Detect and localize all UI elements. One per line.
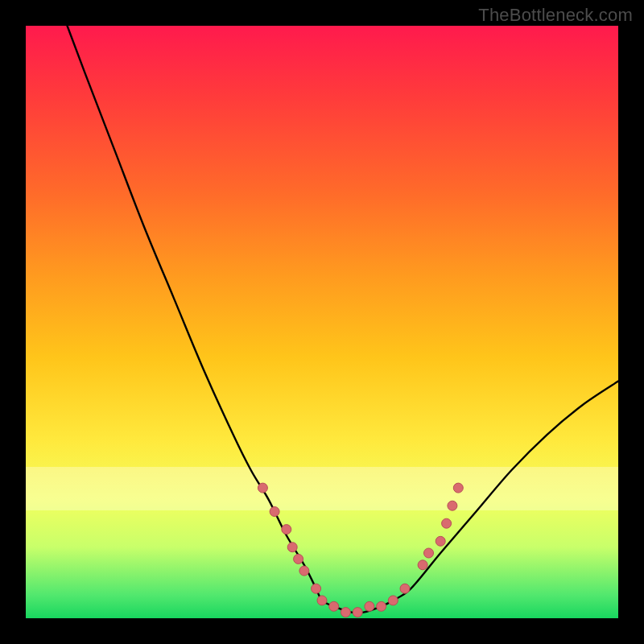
scatter-dot (424, 548, 434, 558)
scatter-dot (294, 554, 303, 564)
scatter-dot (353, 608, 362, 617)
curve-group (68, 26, 619, 613)
scatter-dot (400, 584, 410, 593)
scatter-dot (299, 566, 309, 576)
scatter-dot (365, 601, 374, 611)
scatter-dot (418, 560, 427, 570)
chart-frame: TheBottleneck.com (0, 0, 644, 644)
bottleneck-curve (68, 26, 619, 613)
scatter-dot (436, 536, 445, 546)
scatter-dot (442, 518, 452, 528)
scatter-dot (258, 483, 267, 493)
scatter-dot (377, 601, 386, 611)
scatter-dot (329, 601, 339, 611)
scatter-dots (258, 483, 463, 617)
watermark-text: TheBottleneck.com (478, 5, 633, 26)
scatter-dot (317, 596, 327, 605)
scatter-dot (453, 483, 463, 493)
scatter-dot (287, 543, 297, 552)
plot-area (26, 26, 618, 618)
scatter-dot (388, 596, 398, 605)
scatter-dot (270, 507, 279, 517)
chart-svg (26, 26, 618, 618)
scatter-dot (341, 608, 350, 617)
scatter-dot (282, 525, 291, 535)
scatter-dot (448, 501, 457, 510)
scatter-dot (312, 584, 321, 593)
